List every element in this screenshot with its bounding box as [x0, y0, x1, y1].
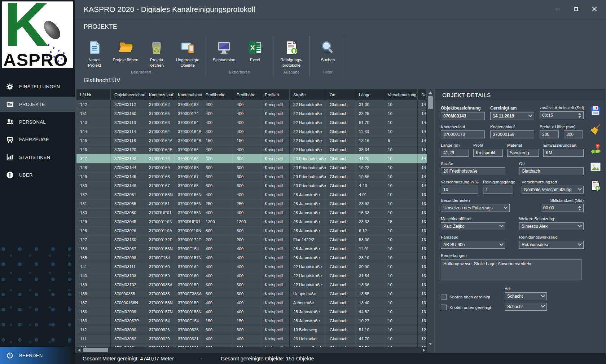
- bemerkungen-textarea[interactable]: Haltungsweise; Steile Lage; Anwohnerverk…: [441, 259, 581, 280]
- table-row[interactable]: 111370M03082370000320370000321400400Krei…: [76, 334, 427, 343]
- table-row[interactable]: 142370M03112370000162370000163400400Krei…: [76, 100, 427, 109]
- toolbar-button-ungereinigte-objekte[interactable]: Ungereinigte Objekte: [175, 40, 201, 68]
- entwaesserungsart-input[interactable]: KM: [543, 149, 584, 157]
- scroll-left-arrow[interactable]: [76, 347, 82, 353]
- stillstandzeit-stepper[interactable]: 00:00: [541, 204, 584, 212]
- vertical-scrollbar[interactable]: [427, 89, 434, 347]
- column-header-lfd-nr[interactable]: Lfd.Nr.: [76, 89, 111, 100]
- sidebar-item-beenden[interactable]: BEENDEN: [0, 347, 75, 364]
- vertical-scroll-thumb[interactable]: [428, 96, 433, 109]
- table-row[interactable]: 13837000033537000033537000F335A300300Kre…: [76, 289, 427, 298]
- table-row[interactable]: 143370M03113370000163370000164400400Krei…: [76, 118, 427, 127]
- sidebar-item-über[interactable]: ÜBER: [0, 167, 75, 182]
- save-button[interactable]: [590, 105, 601, 116]
- verschmutzungsart-select[interactable]: Normale Verschmutzung: [522, 186, 584, 194]
- table-row[interactable]: 137370000158N370000158N370000159400400Kr…: [76, 298, 427, 307]
- table-row[interactable]: 148370M03144370000169370000168300300Krei…: [76, 163, 427, 172]
- table-row[interactable]: 133370M03057P37000015437000F154150150Kre…: [76, 316, 427, 325]
- material-input[interactable]: Steinzeug: [507, 149, 539, 157]
- table-row[interactable]: 112370M03090370000326370000325300300Krei…: [76, 325, 427, 334]
- table-row[interactable]: 136370M02009370000157N370000158N400400Kr…: [76, 307, 427, 316]
- minimize-button[interactable]: [552, 4, 562, 14]
- table-row[interactable]: 131370M03055370000151370000156N250250Kre…: [76, 199, 427, 208]
- column-header-profilbreite[interactable]: Profilbreite: [202, 89, 233, 100]
- sidebar-item-statistiken[interactable]: STATISTIKEN: [0, 150, 75, 165]
- toolbar-button-suchen[interactable]: Suchen: [315, 40, 341, 63]
- table-row[interactable]: 141370M03111370000160370000162400400Krei…: [76, 262, 427, 271]
- toolbar-button-sichtversion[interactable]: Sichtversion: [211, 40, 237, 63]
- column-header-knotenzulauf[interactable]: Knotenzulauf: [145, 89, 174, 100]
- knotenablauf-input[interactable]: 370000169: [490, 130, 534, 138]
- art-unten-select[interactable]: Schacht: [505, 303, 547, 311]
- table-row[interactable]: 134370M03057370000156N37000F154400400Kre…: [76, 244, 427, 253]
- scroll-right-arrow[interactable]: [421, 347, 427, 353]
- table-row[interactable]: 146370M03120370000164B370000165400400Kre…: [76, 145, 427, 154]
- arbeitszeit-stepper[interactable]: 00:15: [540, 111, 584, 119]
- column-header-profilhöhe[interactable]: Profilhöhe: [233, 89, 261, 100]
- sidebar-item-personal[interactable]: PERSONAL: [0, 114, 75, 129]
- column-header-datu[interactable]: Datu: [418, 89, 427, 100]
- horizontal-scrollbar[interactable]: [76, 347, 427, 353]
- table-row[interactable]: 139370M03102370000335A370000159300300Kre…: [76, 280, 427, 289]
- objektbezeichnung-input[interactable]: 370M03143: [441, 112, 485, 120]
- sidebar-item-projekte[interactable]: PROJEKTE: [0, 97, 75, 112]
- table-row[interactable]: 127370M03130370000172F370000172E200200Kr…: [76, 235, 427, 244]
- reinigungswerkzeug-select[interactable]: Rotationsdüse: [519, 241, 584, 249]
- broom-button[interactable]: [590, 124, 601, 135]
- sidebar-item-fahrzeuge[interactable]: FAHRZEUGE: [0, 132, 75, 147]
- knoten-unten-checkbox[interactable]: [441, 305, 447, 310]
- knotenzulauf-input[interactable]: 370000170: [441, 130, 485, 138]
- toolbar-button-projekt-löschen[interactable]: Projekt löschen: [144, 40, 170, 68]
- table-row[interactable]: 130370M030503700RUE01370000155N400400Kre…: [76, 208, 427, 217]
- toolbar-button-excel[interactable]: XExcel: [242, 40, 268, 63]
- scroll-down-arrow[interactable]: [427, 341, 434, 347]
- table-row[interactable]: 129370M03045370000119N3700RUE0112001200K…: [76, 217, 427, 226]
- besonderheiten-select[interactable]: Umsetzen des Fahrzeugs: [441, 204, 510, 212]
- table-row[interactable]: 140370M03103370000159370000160400400Krei…: [76, 271, 427, 280]
- verschmutzung-input[interactable]: 10: [441, 186, 478, 194]
- column-header-knotenablauf[interactable]: Knotenablauf: [174, 89, 202, 100]
- table-row[interactable]: 110370M03081370000319370000320300300Krei…: [76, 343, 427, 347]
- table-row[interactable]: 151370M03150370000165370000174400400Krei…: [76, 109, 427, 118]
- scroll-up-arrow[interactable]: [427, 90, 434, 96]
- horizontal-scroll-thumb[interactable]: [83, 348, 108, 352]
- toolbar-button-projekt-öffnen[interactable]: Projekt öffnen: [113, 40, 139, 63]
- toolbar-button-reinigungs-protokolle[interactable]: Reinigungs-protokolle: [278, 40, 304, 68]
- knoten-oben-checkbox[interactable]: [441, 294, 447, 300]
- spinner-icon[interactable]: [578, 206, 581, 210]
- column-header-länge[interactable]: Länge: [355, 89, 384, 100]
- ort-input[interactable]: Glattbach: [519, 167, 584, 175]
- breite-input[interactable]: 300: [540, 130, 559, 138]
- table-row[interactable]: 128370M03026370000119A370000119N800800Kr…: [76, 226, 427, 235]
- column-header-profilart[interactable]: Profilart: [261, 89, 290, 100]
- table-row[interactable]: 145370M03118370000164A370000164B150150Kr…: [76, 136, 427, 145]
- table-row[interactable]: 135370M0200837000F154370000157N400400Kre…: [76, 253, 427, 262]
- column-header-verschmutzung[interactable]: Verschmutzung %: [384, 89, 418, 100]
- maschinenfuehrer-select[interactable]: Paic Željko: [441, 222, 505, 230]
- weitere-besatzung-select[interactable]: Simescu Alex: [519, 222, 584, 230]
- column-header-ort[interactable]: Ort: [326, 89, 355, 100]
- maximize-button[interactable]: [571, 4, 581, 14]
- gereinigt-am-select[interactable]: 14.11.2019: [490, 112, 534, 120]
- sidebar-item-einstellungen[interactable]: EINSTELLUNGEN: [0, 79, 75, 94]
- art-oben-select[interactable]: Schacht: [505, 292, 547, 300]
- close-button[interactable]: [589, 4, 600, 14]
- strasse-input[interactable]: 20 Friedhofstraße: [441, 167, 505, 175]
- table-row[interactable]: 132370M03051370000155N370000156N400400Kr…: [76, 190, 427, 199]
- table-row[interactable]: 150370M03146370000167370000165300300Krei…: [76, 181, 427, 190]
- map-pin-button[interactable]: [590, 143, 601, 154]
- hoehe-input[interactable]: 300: [564, 130, 583, 138]
- table-row[interactable]: 144370M03114370000164370000164B400400Kre…: [76, 127, 427, 136]
- laenge-input[interactable]: 41,29: [441, 149, 469, 157]
- fahrzeug-select[interactable]: AB SU 605: [441, 241, 505, 249]
- column-header-straße[interactable]: Straße: [290, 89, 326, 100]
- table-row[interactable]: 147370M03143370000170370000169300300Krei…: [76, 154, 427, 163]
- table-row[interactable]: 149370M03145370000168370000167300300Krei…: [76, 172, 427, 181]
- column-header-objektbezeichnung[interactable]: Objektbezeichnung: [111, 89, 145, 100]
- image-button[interactable]: [590, 161, 601, 172]
- toolbar-button-neues-projekt[interactable]: Neues Projekt: [82, 40, 107, 68]
- reinigungsgaenge-input[interactable]: 1: [483, 186, 513, 194]
- spinner-icon[interactable]: [578, 113, 581, 118]
- report-upload-button[interactable]: [590, 180, 601, 191]
- profil-input[interactable]: Kreisprofil: [473, 149, 503, 157]
